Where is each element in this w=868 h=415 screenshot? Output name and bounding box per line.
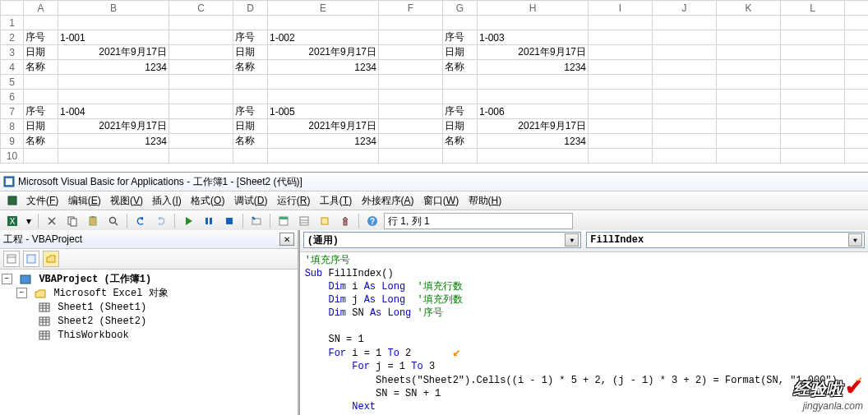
cell[interactable] (233, 90, 268, 104)
cell[interactable] (845, 60, 869, 75)
cell[interactable] (169, 134, 233, 149)
cell[interactable] (781, 119, 845, 134)
column-header[interactable]: H (478, 1, 589, 16)
view-object-icon[interactable] (23, 251, 39, 267)
cell[interactable] (589, 119, 653, 134)
cell[interactable]: 名称 (24, 60, 58, 75)
cell[interactable]: 1234 (268, 134, 379, 149)
cell[interactable] (717, 134, 781, 149)
cell[interactable] (24, 16, 58, 30)
vba-titlebar[interactable]: Microsoft Visual Basic for Applications … (0, 173, 868, 191)
cell[interactable] (379, 119, 443, 134)
cell[interactable] (845, 30, 869, 45)
cell[interactable] (589, 60, 653, 75)
column-header[interactable]: G (443, 1, 478, 16)
column-header[interactable]: A (24, 1, 58, 16)
toolbox-icon[interactable] (336, 212, 354, 230)
row-header[interactable]: 4 (1, 60, 24, 75)
cell[interactable] (653, 45, 717, 60)
cell[interactable]: 序号 (233, 104, 268, 119)
cell[interactable] (717, 75, 781, 90)
procedure-combo[interactable]: FillIndex ▼ (586, 232, 865, 248)
cell[interactable] (169, 45, 233, 60)
cell[interactable] (653, 30, 717, 45)
cell[interactable] (781, 104, 845, 119)
cell[interactable] (169, 104, 233, 119)
cell[interactable] (589, 16, 653, 30)
cell[interactable] (58, 90, 169, 104)
cell[interactable]: 序号 (24, 30, 58, 45)
cell[interactable] (589, 45, 653, 60)
tree-item-thisworkbook[interactable]: ThisWorkbook (2, 329, 296, 343)
cell[interactable] (845, 149, 869, 164)
menu-w[interactable]: 窗口(W) (420, 193, 465, 208)
cell[interactable] (58, 149, 169, 164)
cell[interactable] (781, 30, 845, 45)
cell[interactable] (379, 90, 443, 104)
cell[interactable]: 序号 (233, 30, 268, 45)
cell[interactable] (379, 149, 443, 164)
object-browser-icon[interactable] (316, 212, 334, 230)
select-all-corner[interactable] (1, 1, 24, 16)
column-header[interactable]: D (233, 1, 268, 16)
column-header[interactable]: E (268, 1, 379, 16)
cell[interactable] (478, 16, 589, 30)
column-header[interactable]: J (653, 1, 717, 16)
row-header[interactable]: 1 (1, 16, 24, 30)
cell[interactable] (845, 119, 869, 134)
chevron-down-icon[interactable]: ▼ (848, 233, 862, 247)
row-header[interactable]: 3 (1, 45, 24, 60)
menu-d[interactable]: 调试(D) (231, 193, 274, 208)
cell[interactable]: 2021年9月17日 (478, 119, 589, 134)
cell[interactable] (379, 30, 443, 45)
cell[interactable] (268, 16, 379, 30)
cell[interactable] (845, 75, 869, 90)
code-pane[interactable]: (通用) ▼ FillIndex ▼ '填充序号 Sub FillIndex()… (299, 230, 868, 415)
cell[interactable] (169, 75, 233, 90)
cell[interactable] (233, 16, 268, 30)
menu-o[interactable]: 格式(O) (187, 193, 231, 208)
menu-i[interactable]: 插入(I) (149, 193, 187, 208)
row-header[interactable]: 10 (1, 149, 24, 164)
column-header[interactable]: L (781, 1, 845, 16)
cell[interactable] (717, 45, 781, 60)
tree-root[interactable]: − VBAProject (工作簿1) (2, 273, 296, 287)
menu-r[interactable]: 运行(R) (274, 193, 316, 208)
redo-icon[interactable] (152, 212, 170, 230)
cell[interactable] (24, 90, 58, 104)
cell[interactable] (781, 90, 845, 104)
dropdown-icon[interactable]: ▾ (24, 212, 34, 230)
row-header[interactable]: 9 (1, 134, 24, 149)
code-editor[interactable]: '填充序号 Sub FillIndex() Dim i As Long '填充行… (300, 252, 868, 415)
cell[interactable] (653, 119, 717, 134)
undo-icon[interactable] (132, 212, 150, 230)
cell[interactable] (169, 90, 233, 104)
cell[interactable] (443, 75, 478, 90)
menu-h[interactable]: 帮助(H) (465, 193, 506, 208)
cell[interactable] (379, 16, 443, 30)
cell[interactable] (379, 75, 443, 90)
cell[interactable]: 名称 (443, 134, 478, 149)
tree-folder[interactable]: − Microsoft Excel 对象 (2, 287, 296, 301)
cell[interactable] (589, 90, 653, 104)
break-icon[interactable] (200, 212, 218, 230)
view-code-icon[interactable] (3, 251, 20, 267)
vba-toolbar[interactable]: X ▾ ? 行 1, 列 1 (0, 210, 868, 233)
cell[interactable] (589, 75, 653, 90)
cell[interactable] (169, 30, 233, 45)
cell[interactable] (478, 75, 589, 90)
reset-icon[interactable] (220, 212, 238, 230)
cell[interactable]: 日期 (233, 119, 268, 134)
cell[interactable] (589, 30, 653, 45)
cell[interactable] (845, 45, 869, 60)
cell[interactable]: 序号 (443, 30, 478, 45)
cell[interactable]: 2021年9月17日 (268, 45, 379, 60)
cell[interactable] (717, 60, 781, 75)
cell[interactable] (379, 45, 443, 60)
row-header[interactable]: 8 (1, 119, 24, 134)
cell[interactable]: 1234 (58, 134, 169, 149)
cell[interactable] (443, 149, 478, 164)
cell[interactable] (233, 149, 268, 164)
cell[interactable] (379, 134, 443, 149)
cell[interactable] (845, 90, 869, 104)
